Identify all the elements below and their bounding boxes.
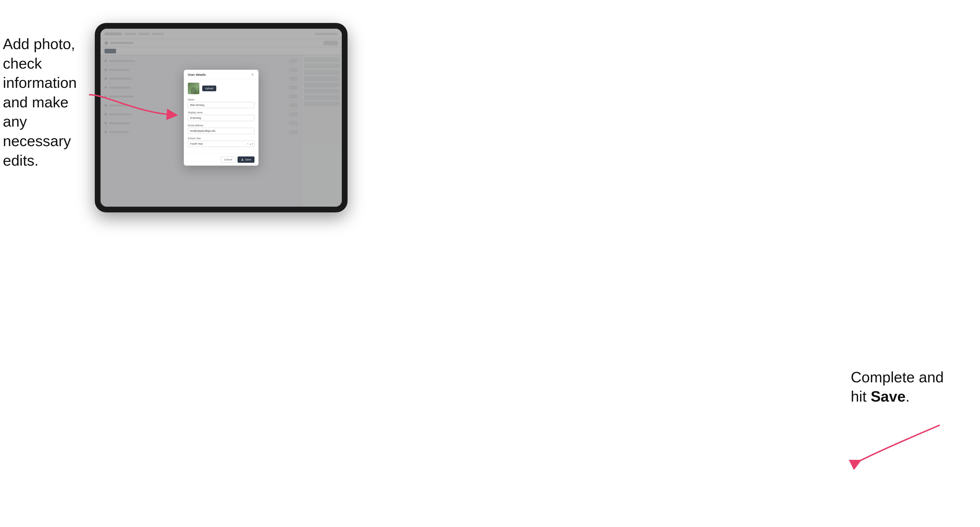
email-field-group: Email address	[188, 124, 255, 134]
school-year-label: School Year	[188, 137, 255, 140]
modal-title: User details	[188, 73, 206, 76]
modal-footer: Cancel Save	[184, 153, 258, 166]
save-button-label: Save	[245, 158, 251, 161]
select-icons: × ▲▼	[247, 142, 253, 145]
display-name-label: Display name	[188, 111, 255, 114]
arrow-right	[851, 419, 943, 477]
user-details-modal: User details × Upload Name	[184, 70, 258, 166]
school-year-select-wrapper: Fourth Year × ▲▼	[188, 141, 255, 147]
arrow-left	[83, 89, 178, 135]
school-year-select[interactable]: Fourth Year	[188, 141, 255, 147]
name-field-group: Name	[188, 98, 255, 108]
chevron-down-icon[interactable]: ▲▼	[249, 143, 253, 145]
modal-header: User details ×	[184, 70, 258, 79]
user-photo-image	[188, 83, 199, 94]
photo-section: Upload	[188, 83, 255, 94]
email-label: Email address	[188, 124, 255, 127]
school-year-field-group: School Year Fourth Year × ▲▼	[188, 137, 255, 147]
school-year-value: Fourth Year	[190, 142, 203, 145]
modal-body: Upload Name Display name Email addre	[184, 79, 258, 153]
display-name-input[interactable]	[188, 115, 255, 121]
upload-photo-button[interactable]: Upload	[202, 86, 216, 91]
name-label: Name	[188, 98, 255, 101]
save-icon	[241, 158, 244, 161]
display-name-field-group: Display name	[188, 111, 255, 121]
annotation-left: Add photo, check information and make an…	[3, 35, 95, 170]
name-input[interactable]	[188, 102, 255, 108]
modal-close-button[interactable]: ×	[250, 73, 255, 77]
select-clear-icon[interactable]: ×	[247, 142, 248, 145]
email-input[interactable]	[188, 128, 255, 134]
annotation-right: Complete and hit Save.	[851, 368, 954, 406]
user-photo-thumbnail	[188, 83, 199, 94]
cancel-button[interactable]: Cancel	[221, 156, 235, 163]
save-button[interactable]: Save	[237, 156, 255, 163]
